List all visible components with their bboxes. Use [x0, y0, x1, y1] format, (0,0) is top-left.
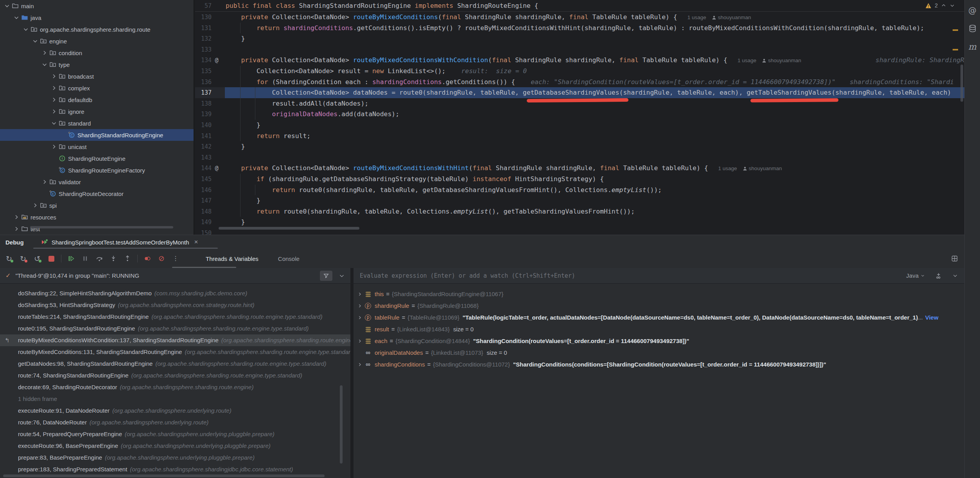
variable-row-this[interactable]: this={ShardingStandardRoutingEngine@1106… [354, 288, 964, 300]
tree-chevron-icon[interactable] [13, 14, 20, 22]
warning-stripe-mark[interactable] [953, 49, 958, 50]
gutter[interactable]: 139 [195, 109, 225, 120]
step-out-icon[interactable] [123, 254, 132, 263]
stack-frame-row[interactable]: doSharding:53, HintShardingStrategy(org.… [0, 299, 350, 311]
mute-breakpoints-icon[interactable] [157, 254, 166, 263]
code-line[interactable]: 133 [195, 44, 964, 55]
tree-chevron-icon[interactable] [50, 96, 58, 104]
tree-chevron-icon[interactable] [50, 108, 58, 115]
gutter[interactable]: 147 [195, 195, 225, 207]
tree-chevron-icon[interactable] [41, 61, 48, 68]
stack-frame-row[interactable]: routeByMixedConditions:131, ShardingStan… [0, 346, 350, 358]
stack-frame-row[interactable]: executeRoute:96, BasePrepareEngine(org.a… [0, 440, 350, 452]
code-line[interactable]: 143 [195, 152, 964, 163]
code-line[interactable]: 149 } [195, 217, 964, 228]
expand-chevron-icon[interactable] [356, 291, 364, 297]
close-icon[interactable]: × [194, 238, 198, 246]
stop-icon[interactable] [47, 254, 56, 263]
tree-item-type[interactable]: type [0, 59, 194, 70]
code-line[interactable]: 141 return result; [195, 131, 964, 142]
gutter[interactable]: 144@ [195, 163, 225, 174]
tree-item-shardingstandardroutingengine[interactable]: CShardingStandardRoutingEngine [0, 129, 194, 141]
code-line[interactable]: 136 for (ShardingCondition each : shardi… [195, 77, 964, 88]
thread-dropdown-chevron[interactable] [339, 273, 345, 279]
database-icon[interactable] [967, 23, 978, 34]
variable-row-tableRule[interactable]: ptableRule={TableRule@11069}"TableRule(l… [354, 312, 964, 323]
gutter[interactable]: 132 [195, 33, 225, 45]
editor-horizontal-scrollbar[interactable] [219, 227, 359, 230]
stack-frame-row[interactable]: route:74, ShardingStandardRoutingEngine(… [0, 370, 350, 381]
gutter[interactable]: 57 [195, 0, 225, 12]
gutter[interactable]: 133 [195, 44, 225, 56]
tree-item-java[interactable]: java [0, 12, 194, 23]
expand-chevron-icon[interactable] [356, 315, 364, 320]
stack-frame-row[interactable]: prepare:183, ShardingPreparedStatement(o… [0, 464, 350, 474]
gutter[interactable]: 146 [195, 185, 225, 196]
rerun-failed-icon[interactable]: ↻ [19, 254, 27, 263]
language-selector[interactable]: Java [906, 272, 925, 279]
code-line[interactable]: 140 } [195, 120, 964, 131]
gutter[interactable]: 135 [195, 66, 225, 77]
project-horizontal-scrollbar[interactable] [30, 226, 173, 228]
frames-horizontal-scrollbar[interactable] [3, 474, 325, 477]
add-watch-icon[interactable] [935, 272, 942, 279]
gutter[interactable]: 140 [195, 120, 225, 131]
stack-frame-row[interactable]: decorate:69, ShardingRouteDecorator(org.… [0, 381, 350, 393]
step-into-icon[interactable] [109, 254, 118, 263]
tree-chevron-icon[interactable] [22, 25, 30, 33]
tree-item-shardingrouteengine[interactable]: IShardingRouteEngine [0, 153, 194, 164]
tree-item-broadcast[interactable]: broadcast [0, 70, 194, 82]
gutter[interactable]: 134@ [195, 55, 225, 66]
stack-frame-row[interactable]: executeRoute:91, DataNodeRouter(org.apac… [0, 405, 350, 417]
stack-frame-row[interactable]: routeTables:214, ShardingStandardRouting… [0, 311, 350, 323]
notifications-icon[interactable]: @ [967, 5, 978, 16]
code-editor[interactable]: 57public final class ShardingStandardRou… [195, 0, 964, 235]
variable-row-shardingConditions[interactable]: ∞shardingConditions={ShardingConditions@… [354, 359, 964, 370]
stack-frame-row[interactable]: prepare:83, BasePrepareEngine(org.apache… [0, 452, 350, 464]
expand-chevron-icon[interactable] [356, 303, 364, 309]
editor-vertical-scrollbar[interactable] [960, 65, 963, 102]
layout-settings-icon[interactable] [950, 254, 959, 263]
tree-item-spi[interactable]: spi [0, 199, 194, 211]
resume-icon[interactable] [67, 254, 75, 263]
expand-evaluate-chevron[interactable] [952, 273, 958, 279]
tree-chevron-icon[interactable] [13, 213, 20, 221]
expand-chevron-icon[interactable] [356, 338, 364, 344]
tab-threads-variables[interactable]: Threads & Variables [206, 255, 258, 262]
step-over-icon[interactable] [95, 254, 104, 263]
variable-row-originalDataNodes[interactable]: ∞originalDataNodes={LinkedList@11073}siz… [354, 347, 964, 359]
variable-row-result[interactable]: result={LinkedList@14843}size = 0 [354, 323, 964, 335]
gutter[interactable]: 148 [195, 206, 225, 217]
code-line[interactable]: 131 return shardingConditions.getConditi… [195, 23, 964, 34]
gutter[interactable]: 143 [195, 152, 225, 164]
code-line[interactable]: 57public final class ShardingStandardRou… [195, 0, 964, 12]
code-line[interactable]: 137 Collection<DataNode> dataNodes = rou… [195, 87, 964, 98]
rerun-debug-icon[interactable]: ↻ [5, 254, 13, 263]
tree-chevron-icon[interactable] [41, 178, 48, 186]
gutter[interactable]: 137 [195, 87, 225, 99]
tree-chevron-icon[interactable] [50, 84, 58, 92]
gutter[interactable]: 142 [195, 141, 225, 153]
code-line[interactable]: 146 return route0(shardingRule, tableRul… [195, 185, 964, 196]
gutter[interactable]: 145 [195, 174, 225, 185]
code-line[interactable]: 142 } [195, 141, 964, 152]
code-line[interactable]: 148 return route0(shardingRule, tableRul… [195, 206, 964, 217]
code-line[interactable]: 147 } [195, 195, 964, 206]
gutter[interactable]: 149 [195, 217, 225, 228]
gutter[interactable]: 138 [195, 98, 225, 110]
variable-row-each[interactable]: each={ShardingCondition@14844}"ShardingC… [354, 335, 964, 347]
tab-console[interactable]: Console [278, 255, 300, 262]
pause-icon[interactable] [81, 254, 90, 263]
tree-item-test[interactable]: test [0, 223, 194, 235]
variable-row-shardingRule[interactable]: pshardingRule={ShardingRule@11068} [354, 300, 964, 312]
code-line[interactable]: 144@ private Collection<DataNode> routeB… [195, 163, 964, 174]
stack-frame-row[interactable]: doSharding:22, SimpleHintShardingAlgorit… [0, 288, 350, 299]
tree-chevron-icon[interactable] [13, 225, 20, 233]
more-icon[interactable]: ⋮ [171, 254, 180, 263]
stack-frame-row[interactable]: route0:195, ShardingStandardRoutingEngin… [0, 323, 350, 334]
tree-chevron-icon[interactable] [50, 72, 58, 80]
debug-session-tab[interactable]: ShardingSpringbootTest.testAddSomeOrderB… [41, 238, 198, 246]
tree-item-unicast[interactable]: unicast [0, 141, 194, 153]
stack-frame-row[interactable]: 1 hidden frame [0, 393, 350, 405]
code-line[interactable]: 132 } [195, 33, 964, 44]
